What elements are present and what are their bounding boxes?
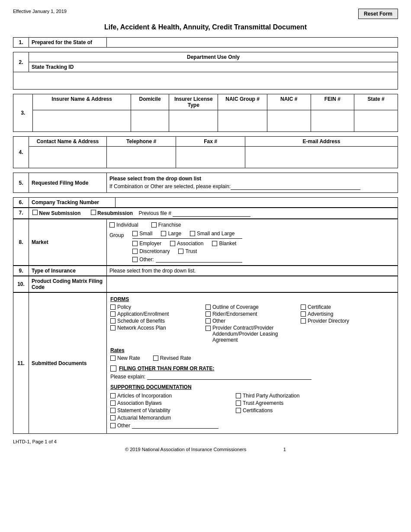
franchise-label: Franchise <box>158 222 181 228</box>
row3-insurer-input[interactable] <box>33 110 131 132</box>
row3-naic-input[interactable] <box>267 110 311 132</box>
franchise-option: Franchise <box>151 222 181 228</box>
supp-actuarial-checkbox[interactable] <box>110 415 116 420</box>
association-option: Association <box>170 240 203 247</box>
row2-input-area[interactable] <box>13 72 398 90</box>
row11-content: FORMS Policy Application/Enrollment Sche… <box>107 293 398 434</box>
row3-col-fein: FEIN # <box>311 94 354 110</box>
supp-articles-checkbox[interactable] <box>110 393 116 398</box>
employer-checkbox[interactable] <box>132 241 138 246</box>
row4-contact-input[interactable] <box>29 147 107 168</box>
form-rider: Rider/Endorsement <box>206 311 292 317</box>
row4-col-email: E-mail Address <box>245 137 398 147</box>
form-network: Network Access Plan <box>110 325 197 331</box>
row10-input[interactable] <box>107 276 398 292</box>
row9-instruction: Please select from the drop down list. <box>107 266 398 276</box>
rate-new-checkbox[interactable] <box>110 356 116 361</box>
row3-license-input[interactable] <box>169 110 218 132</box>
market-other-option: Other: <box>132 256 242 263</box>
new-submission-checkbox[interactable] <box>32 210 38 215</box>
group-label: Group <box>109 231 128 263</box>
form-outline-checkbox[interactable] <box>206 304 211 310</box>
reset-button[interactable]: Reset Form <box>358 9 398 19</box>
form-certificate: Certificate <box>301 304 357 310</box>
filing-other-checkbox[interactable] <box>110 365 116 372</box>
blanket-label: Blanket <box>219 240 236 247</box>
row9-label: Type of Insurance <box>29 266 107 276</box>
prev-file-label: Previous file # <box>138 210 171 216</box>
large-option: Large <box>161 231 181 237</box>
discretionary-checkbox[interactable] <box>132 249 138 254</box>
row4-email-input[interactable] <box>245 147 398 168</box>
supp-statement: Statement of Variability <box>110 407 218 413</box>
supp-trust: Trust Agreements <box>236 400 299 406</box>
row2-num: 2. <box>13 52 29 72</box>
row3-col-naic-group: NAIC Group # <box>218 94 267 110</box>
resubmission-checkbox[interactable] <box>91 210 96 215</box>
row4-num: 4. <box>13 137 29 168</box>
supp-certifications-checkbox[interactable] <box>236 408 241 413</box>
form-policy-checkbox[interactable] <box>110 304 116 310</box>
form-provider-dir: Provider Directory <box>301 318 357 324</box>
row5-instruction2: If Combination or Other are selected, pl… <box>109 183 395 190</box>
row7-content: New Submission Resubmission Previous fil… <box>29 208 398 219</box>
supp-statement-checkbox[interactable] <box>110 408 116 413</box>
row3-num: 3. <box>13 94 33 132</box>
form-advertising-checkbox[interactable] <box>301 311 306 317</box>
individual-option: Individual <box>109 222 138 228</box>
supp-other-checkbox[interactable] <box>110 423 116 428</box>
form-rider-checkbox[interactable] <box>206 311 211 317</box>
supporting-header: SUPPORTING DOCUMENTATION <box>110 384 394 390</box>
row5-num: 5. <box>13 173 29 193</box>
form-other-checkbox[interactable] <box>206 318 211 324</box>
supp-trust-checkbox[interactable] <box>236 401 241 406</box>
row3-col-naic: NAIC # <box>267 94 311 110</box>
association-checkbox[interactable] <box>170 241 175 246</box>
row7-num: 7. <box>13 208 29 219</box>
form-certificate-checkbox[interactable] <box>301 304 306 310</box>
blanket-checkbox[interactable] <box>212 241 217 246</box>
filing-other-row: FILING OTHER THAN FORM OR RATE: <box>110 365 394 372</box>
supp-association-checkbox[interactable] <box>110 401 116 406</box>
large-checkbox[interactable] <box>161 231 166 236</box>
row6-input[interactable] <box>116 198 398 208</box>
row4-telephone-input[interactable] <box>107 147 176 168</box>
page-title: Life, Accident & Health, Annuity, Credit… <box>13 23 398 31</box>
form-provider: Provider Contract/ProviderAddendum/Provi… <box>206 325 292 343</box>
large-label: Large <box>168 231 181 237</box>
row4-fax-input[interactable] <box>176 147 245 168</box>
row3-naic-group-input[interactable] <box>218 110 267 132</box>
trust-label: Trust <box>185 248 197 254</box>
association-label: Association <box>177 240 203 247</box>
supp-association: Association Bylaws <box>110 400 218 406</box>
supp-other: Other <box>110 422 218 429</box>
rates-header: Rates <box>110 347 394 353</box>
trust-checkbox[interactable] <box>178 249 183 254</box>
market-other-checkbox[interactable] <box>132 257 138 262</box>
row3-domicile-input[interactable] <box>131 110 169 132</box>
supp-third-party-checkbox[interactable] <box>236 393 241 398</box>
row3-state-input[interactable] <box>354 110 398 132</box>
form-provider-dir-checkbox[interactable] <box>301 318 306 324</box>
row5-content: Please select from the drop down list If… <box>107 173 398 193</box>
supp-actuarial: Actuarial Memorandum <box>110 415 218 421</box>
row5-instruction1: Please select from the drop down list <box>109 176 395 182</box>
row3-col-license: Insurer License Type <box>169 94 218 110</box>
form-network-checkbox[interactable] <box>110 325 116 330</box>
row3-fein-input[interactable] <box>311 110 354 132</box>
individual-checkbox[interactable] <box>109 222 115 228</box>
form-other: Other <box>206 318 292 324</box>
rate-revised-checkbox[interactable] <box>153 356 158 361</box>
rate-revised: Revised Rate <box>153 355 191 361</box>
form-application-checkbox[interactable] <box>110 311 116 317</box>
small-large-checkbox[interactable] <box>190 231 195 236</box>
small-checkbox[interactable] <box>132 231 138 236</box>
individual-label: Individual <box>116 222 138 228</box>
trust-option: Trust <box>178 248 197 254</box>
row3-col-state: State # <box>354 94 398 110</box>
form-schedule-checkbox[interactable] <box>110 318 116 324</box>
form-provider-checkbox[interactable] <box>206 326 211 331</box>
franchise-checkbox[interactable] <box>151 222 157 228</box>
footer-page-num: 1 <box>283 447 286 452</box>
row1-input[interactable] <box>107 38 398 48</box>
